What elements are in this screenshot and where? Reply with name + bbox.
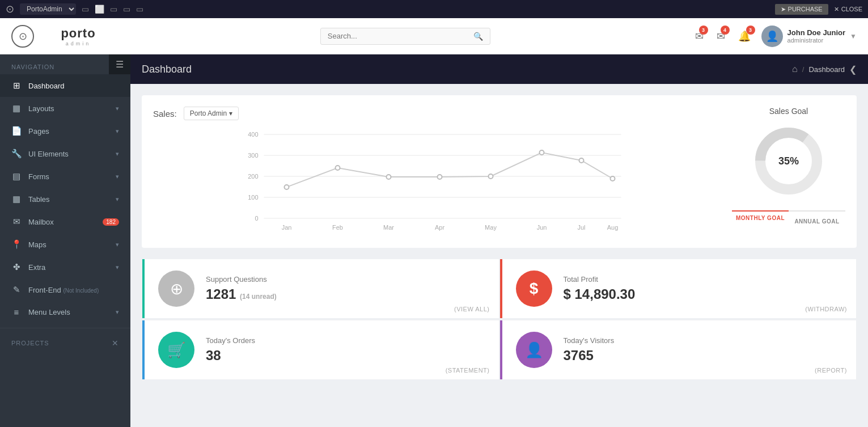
layout-icon-3[interactable]: ▭ (110, 5, 117, 14)
sidebar-item-extra[interactable]: ✤ Extra ▾ (0, 256, 130, 278)
sales-dropdown-button[interactable]: Porto Admin ▾ (184, 107, 239, 120)
profit-link[interactable]: (WITHDRAW) (805, 306, 847, 312)
breadcrumb: ⌂ / Dashboard ❮ (792, 64, 857, 75)
sidebar-item-label-frontend: Front-End (Not Included) (28, 286, 119, 294)
main-content: Dashboard ⌂ / Dashboard ❮ Sales: Porto A… (130, 54, 868, 427)
close-button[interactable]: ✕ CLOSE (834, 6, 862, 13)
sidebar-item-label-mailbox: Mailbox (28, 218, 100, 226)
user-dropdown-arrow: ▼ (850, 32, 857, 40)
extra-icon: ✤ (11, 262, 22, 272)
support-info: Support Questions 1281 (14 unread) (206, 275, 485, 302)
sidebar-item-layouts[interactable]: ▦ Layouts ▾ (0, 97, 130, 120)
sales-dropdown-arrow-icon: ▾ (229, 109, 232, 117)
maps-arrow-icon: ▾ (116, 241, 119, 248)
layout-icon-2[interactable]: ⬜ (95, 5, 104, 14)
email-badge: 4 (721, 26, 730, 35)
orders-value: 38 (206, 348, 485, 363)
layout-icon-4[interactable]: ▭ (123, 5, 130, 14)
svg-text:Jan: Jan (282, 224, 292, 231)
projects-header: PROJECTS ✕ (0, 333, 130, 353)
sidebar-item-forms[interactable]: ▤ Forms ▾ (0, 165, 130, 188)
stat-card-support: ⊕ Support Questions 1281 (14 unread) (VI… (142, 259, 499, 318)
svg-point-12 (387, 175, 391, 179)
tables-icon: ▦ (11, 194, 22, 204)
mailbox-badge: 182 (103, 218, 119, 226)
support-icon-circle: ⊕ (158, 270, 194, 307)
email-button[interactable]: ✉ 4 (714, 28, 727, 45)
logo-sub: admin (66, 41, 91, 46)
sidebar-item-label-tables: Tables (28, 195, 116, 204)
orders-title: Today's Orders (206, 336, 485, 345)
app-selector[interactable]: PortoAdmin (20, 3, 76, 15)
profit-icon-circle: $ (516, 270, 552, 307)
search-box[interactable]: 🔍 (320, 28, 490, 45)
sidebar-item-label-pages: Pages (28, 127, 116, 136)
sales-dropdown-value: Porto Admin (190, 109, 227, 117)
mailbox-icon: ✉ (11, 217, 22, 227)
sidebar-item-label-maps: Maps (28, 240, 116, 249)
search-area: 🔍 (129, 28, 681, 45)
support-title: Support Questions (206, 275, 485, 284)
sidebar-toggle-button[interactable]: ☰ (109, 54, 130, 74)
sidebar-item-frontend[interactable]: ✎ Front-End (Not Included) (0, 278, 130, 301)
sidebar-item-ui-elements[interactable]: 🔧 UI Elements ▾ (0, 142, 130, 165)
breadcrumb-home-icon[interactable]: ⌂ (792, 64, 798, 74)
close-x-icon: ✕ (834, 6, 839, 13)
support-icon: ⊕ (170, 280, 183, 298)
purchase-label: PURCHASE (788, 6, 823, 12)
tables-arrow-icon: ▾ (116, 196, 119, 203)
orders-link[interactable]: (STATEMENT) (446, 367, 490, 374)
breadcrumb-collapse-icon[interactable]: ❮ (849, 64, 857, 75)
forms-icon: ▤ (11, 171, 22, 181)
sidebar-item-dashboard[interactable]: ⊞ Dashboard (0, 74, 130, 97)
svg-text:May: May (485, 224, 497, 231)
search-icon: 🔍 (473, 32, 483, 41)
user-name: John Doe Junior (787, 28, 846, 37)
messages-button[interactable]: ✉ 3 (693, 28, 706, 45)
svg-point-11 (336, 166, 340, 170)
maps-icon: 📍 (11, 239, 22, 250)
top-bar-logo-icon: ⊙ (6, 3, 14, 15)
monthly-goal-tab[interactable]: MONTHLY GOAL (732, 210, 789, 227)
sidebar-item-maps[interactable]: 📍 Maps ▾ (0, 233, 130, 256)
annual-goal-tab[interactable]: ANNUAL GOAL (789, 216, 845, 227)
sidebar: Navigation ☰ ⊞ Dashboard ▦ Layouts ▾ 📄 P… (0, 54, 130, 427)
search-input[interactable] (328, 32, 473, 40)
sidebar-item-mailbox[interactable]: ✉ Mailbox 182 (0, 210, 130, 233)
sales-line-chart: 400 300 200 100 0 (153, 129, 715, 236)
svg-text:300: 300 (248, 152, 258, 159)
sales-goal-title: Sales Goal (732, 107, 845, 116)
visitors-icon-circle: 👤 (516, 332, 552, 368)
profit-title: Total Profit (564, 275, 843, 284)
stats-row-1: ⊕ Support Questions 1281 (14 unread) (VI… (142, 259, 857, 319)
projects-close-icon[interactable]: ✕ (112, 339, 119, 348)
visitors-value: 3765 (564, 348, 843, 363)
layout-icon-1[interactable]: ▭ (82, 5, 89, 14)
svg-text:400: 400 (248, 131, 258, 138)
sidebar-item-menu-levels[interactable]: ≡ Menu Levels ▾ (0, 301, 130, 323)
pages-arrow-icon: ▾ (116, 128, 119, 135)
goal-tabs: MONTHLY GOAL ANNUAL GOAL (732, 210, 845, 227)
orders-icon: 🛒 (167, 341, 185, 359)
sidebar-item-label-layouts: Layouts (28, 104, 116, 113)
svg-text:Mar: Mar (383, 224, 394, 231)
layouts-icon: ▦ (11, 103, 22, 113)
svg-text:Aug: Aug (607, 224, 619, 231)
visitors-title: Today's Visitors (564, 336, 843, 345)
svg-text:Jul: Jul (577, 224, 585, 231)
user-info[interactable]: 👤 John Doe Junior administrator ▼ (761, 26, 857, 47)
projects-label: PROJECTS (11, 340, 49, 346)
support-sub: (14 unread) (240, 293, 277, 301)
purchase-icon: ➤ (781, 6, 786, 13)
layout-icon-5[interactable]: ▭ (136, 5, 143, 14)
support-link[interactable]: (VIEW ALL) (454, 306, 489, 312)
purchase-button[interactable]: ➤ PURCHASE (775, 4, 828, 15)
sidebar-item-tables[interactable]: ▦ Tables ▾ (0, 188, 130, 210)
breadcrumb-current: Dashboard (808, 65, 845, 74)
notifications-button[interactable]: 🔔 3 (736, 28, 753, 45)
logo-title: porto (61, 26, 95, 41)
visitors-link[interactable]: (REPORT) (815, 367, 847, 374)
svg-text:100: 100 (248, 194, 258, 201)
orders-info: Today's Orders 38 (206, 336, 485, 363)
sidebar-item-pages[interactable]: 📄 Pages ▾ (0, 120, 130, 142)
